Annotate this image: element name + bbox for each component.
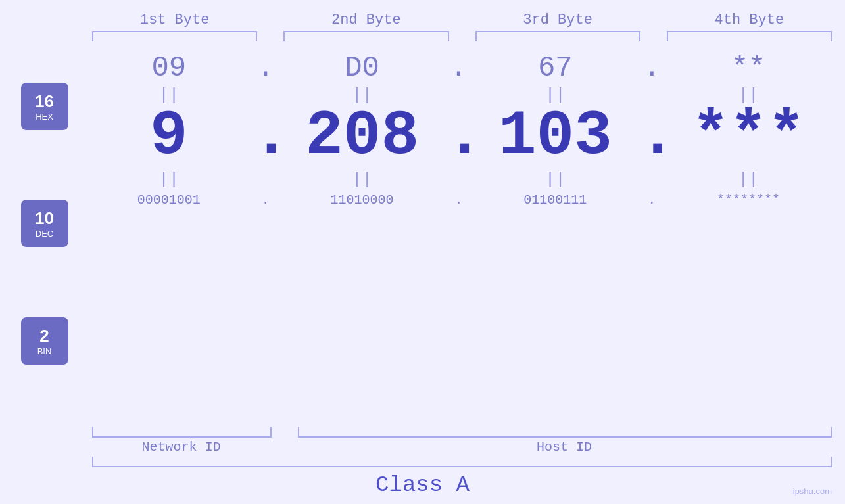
- hex-byte1: 09: [85, 51, 253, 84]
- bin-byte2: 11010000: [279, 193, 446, 208]
- top-bracket-row: [0, 31, 845, 41]
- dec-dot2: .: [446, 105, 472, 168]
- equals-row-2: || || || ||: [85, 170, 832, 189]
- bin-badge: 2 BIN: [21, 317, 68, 365]
- bin-byte4: ********: [665, 193, 832, 208]
- hex-byte3: 67: [472, 51, 639, 84]
- bin-dot2: .: [446, 193, 472, 208]
- full-bottom-bracket: [92, 457, 832, 467]
- dec-byte3: 103: [472, 105, 639, 168]
- dec-badge-number: 10: [35, 208, 54, 229]
- dec-byte2: 208: [279, 105, 446, 168]
- hex-badge: 16 HEX: [21, 83, 68, 130]
- top-bracket-3: [475, 31, 640, 41]
- top-bracket-4: [667, 31, 832, 41]
- top-bracket-2: [283, 31, 448, 41]
- full-bottom-bracket-row: [0, 457, 845, 467]
- byte2-header: 2nd Byte: [283, 12, 448, 28]
- bottom-bracket-sections: [0, 427, 845, 438]
- watermark: ipshu.com: [793, 486, 832, 496]
- hex-badge-type: HEX: [36, 112, 53, 122]
- bin-values-row: 00001001 . 11010000 . 01100111 . *******…: [85, 193, 832, 208]
- dec-dot3: .: [639, 105, 665, 168]
- host-id-label: Host ID: [297, 440, 832, 455]
- network-id-label: Network ID: [92, 440, 270, 455]
- bin-badge-number: 2: [39, 326, 49, 346]
- eq2b: ||: [279, 170, 446, 189]
- eq4b: ||: [665, 170, 832, 189]
- hex-dot1: .: [253, 51, 279, 84]
- dec-badge: 10 DEC: [21, 200, 68, 247]
- hex-dot2: .: [446, 51, 472, 84]
- dec-values-row: 9 . 208 . 103 . ***: [85, 105, 832, 168]
- byte3-header: 3rd Byte: [475, 12, 640, 28]
- dec-byte1: 9: [85, 105, 253, 168]
- bin-dot3: .: [639, 193, 665, 208]
- hex-byte2: D0: [279, 51, 446, 84]
- bin-dot1: .: [253, 193, 279, 208]
- bytes-display: 09 . D0 . 67 . ** || || || || 9 .: [85, 41, 845, 426]
- dec-dot1: .: [253, 105, 279, 168]
- byte4-header: 4th Byte: [667, 12, 832, 28]
- byte-headers-row: 1st Byte 2nd Byte 3rd Byte 4th Byte: [0, 12, 845, 28]
- bin-byte3: 01100111: [472, 193, 639, 208]
- network-id-bracket: [92, 427, 272, 438]
- hex-dot3: .: [639, 51, 665, 84]
- bin-badge-type: BIN: [37, 346, 52, 356]
- hex-byte4: **: [665, 51, 832, 84]
- eq3b: ||: [472, 170, 639, 189]
- dec-badge-type: DEC: [36, 229, 53, 239]
- host-id-bracket: [298, 427, 832, 438]
- eq1b: ||: [85, 170, 253, 189]
- hex-values-row: 09 . D0 . 67 . **: [85, 51, 832, 84]
- hex-badge-number: 16: [35, 91, 54, 112]
- id-labels-row: Network ID Host ID: [0, 440, 845, 455]
- page-container: 1st Byte 2nd Byte 3rd Byte 4th Byte 16 H…: [0, 0, 845, 504]
- byte1-header: 1st Byte: [92, 12, 257, 28]
- bin-byte1: 00001001: [85, 193, 253, 208]
- dec-byte4: ***: [665, 105, 832, 168]
- badges-column: 16 HEX 10 DEC 2 BIN: [0, 41, 85, 426]
- main-data-area: 16 HEX 10 DEC 2 BIN 09 . D0 . 67 .: [0, 41, 845, 426]
- class-label: Class A: [0, 472, 845, 504]
- top-bracket-1: [92, 31, 257, 41]
